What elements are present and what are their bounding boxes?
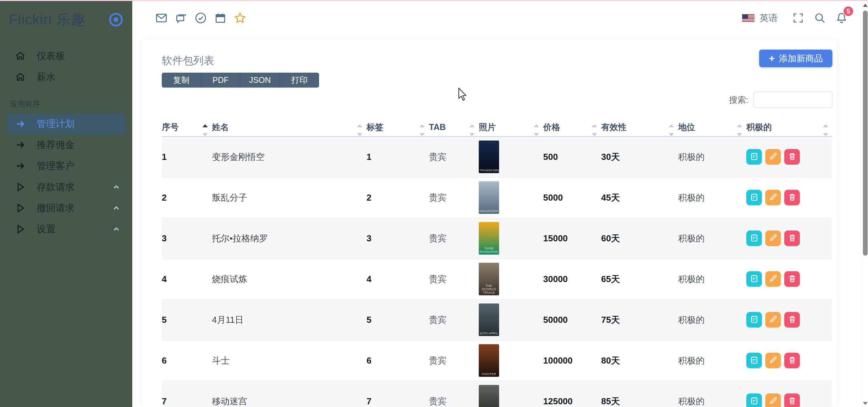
cell-name: 4月11日	[212, 299, 367, 340]
us-flag-icon[interactable]	[742, 14, 755, 22]
cell-tag: 6	[367, 340, 429, 381]
sidebar-toggle-icon[interactable]	[109, 13, 123, 26]
sidebar-item-薪水[interactable]: 薪水	[7, 67, 125, 88]
clipboard-icon	[750, 355, 759, 366]
row-edit-button[interactable]	[765, 190, 781, 205]
cell-tab: 贵宾	[429, 381, 479, 407]
sidebar-item-存款请求[interactable]: 存款请求	[7, 177, 125, 198]
sort-asc-icon	[669, 124, 674, 127]
sidebar-item-仪表板[interactable]: 仪表板	[7, 45, 125, 67]
row-note-button[interactable]	[746, 230, 762, 246]
sidebar-item-管理客户[interactable]: 管理客户	[7, 155, 125, 177]
table-row: 4烧痕试炼4贵宾THE SCORCH TRIALS3000065天积极的	[162, 259, 832, 299]
column-header-照片[interactable]: 照片	[479, 118, 543, 136]
row-note-button[interactable]	[746, 190, 762, 205]
cell-tab: 贵宾	[429, 218, 479, 259]
cell-status: 积极的	[678, 136, 746, 177]
chat-icon[interactable]	[174, 11, 188, 25]
sort-desc-icon	[534, 133, 539, 136]
row-note-button[interactable]	[746, 312, 762, 328]
column-header-价格[interactable]: 价格	[543, 118, 601, 136]
row-delete-button[interactable]	[784, 271, 800, 287]
cell-tag: 3	[367, 218, 429, 259]
sort-asc-icon	[202, 124, 208, 127]
cell-tag: 4	[367, 259, 429, 299]
row-note-button[interactable]	[746, 353, 762, 368]
row-delete-button[interactable]	[784, 353, 800, 368]
pencil-icon	[769, 396, 778, 406]
sidebar-item-推荐佣金[interactable]: 推荐佣金	[7, 134, 125, 155]
clipboard-icon	[750, 233, 759, 243]
table-search-input[interactable]	[754, 92, 832, 108]
column-header-姓名[interactable]: 姓名	[212, 118, 367, 136]
sidebar-item-撤回请求[interactable]: 撤回请求	[7, 198, 125, 219]
page-title: 软件包列表	[162, 50, 214, 68]
cell-price: 5000	[543, 177, 601, 218]
sort-desc-icon	[669, 133, 674, 136]
row-note-button[interactable]	[746, 149, 762, 165]
row-edit-button[interactable]	[765, 353, 781, 368]
search-icon[interactable]	[813, 11, 827, 25]
add-new-item-button[interactable]: + 添加新商品	[759, 50, 832, 67]
export-json-button[interactable]: JSON	[240, 73, 280, 88]
row-edit-button[interactable]	[765, 149, 781, 165]
packages-card: 软件包列表 + 添加新商品 复制PDFJSON打印 搜索: 序号姓名标签TAB照…	[142, 40, 837, 407]
column-header-地位[interactable]: 地位	[678, 118, 746, 136]
pencil-icon	[769, 152, 778, 162]
row-edit-button[interactable]	[765, 312, 781, 328]
sort-desc-icon	[419, 133, 425, 136]
cell-actions	[746, 340, 832, 381]
star-icon[interactable]	[233, 11, 247, 25]
table-row: 1变形金刚悟空1贵宾TRANSFORMERS50030天积极的	[162, 136, 832, 177]
scroll-up-arrow[interactable]	[863, 4, 868, 7]
cell-serial: 7	[162, 381, 212, 407]
check-circle-icon[interactable]	[194, 11, 208, 25]
scrollbar-thumb[interactable]	[863, 11, 868, 256]
row-delete-button[interactable]	[784, 312, 800, 328]
row-edit-button[interactable]	[765, 271, 781, 287]
scroll-down-arrow[interactable]	[863, 402, 868, 405]
row-edit-button[interactable]	[765, 230, 781, 246]
sidebar-item-设置[interactable]: 设置	[7, 219, 125, 240]
column-header-积极的[interactable]: 积极的	[746, 118, 832, 136]
notifications-bell-icon[interactable]: 5	[835, 11, 848, 25]
sidebar-item-label: 管理客户	[37, 160, 75, 172]
pencil-icon	[769, 192, 778, 203]
chevron-up-icon	[112, 183, 121, 191]
column-header-标签[interactable]: 标签	[367, 118, 429, 136]
export-pdf-button[interactable]: PDF	[201, 73, 240, 88]
sort-asc-icon	[534, 124, 539, 127]
column-header-序号[interactable]: 序号	[162, 118, 212, 136]
table-row: 7移动迷宫7贵宾MAZE RUNNER12500085天积极的	[162, 381, 832, 407]
cell-name: 托尔•拉格纳罗	[212, 218, 367, 259]
language-label[interactable]: 英语	[760, 12, 778, 24]
export-复制-button[interactable]: 复制	[162, 73, 201, 88]
home-icon	[14, 51, 26, 61]
row-note-button[interactable]	[746, 393, 762, 407]
row-delete-button[interactable]	[784, 190, 800, 205]
cell-tab: 贵宾	[429, 299, 479, 340]
search-label: 搜索:	[729, 94, 748, 106]
cell-status: 积极的	[678, 340, 746, 381]
row-delete-button[interactable]	[784, 393, 800, 407]
sort-desc-icon	[202, 133, 208, 136]
column-header-有效性[interactable]: 有效性	[601, 118, 678, 136]
chevron-up-icon	[112, 225, 121, 234]
sort-desc-icon	[737, 133, 742, 136]
mail-icon[interactable]	[155, 11, 168, 25]
row-delete-button[interactable]	[784, 230, 800, 246]
fullscreen-icon[interactable]	[791, 11, 805, 25]
calendar-icon[interactable]	[214, 11, 227, 25]
row-note-button[interactable]	[746, 271, 762, 287]
sort-asc-icon	[469, 124, 475, 127]
column-header-TAB[interactable]: TAB	[429, 118, 479, 136]
cell-status: 积极的	[678, 299, 746, 340]
cell-status: 积极的	[678, 218, 746, 259]
cell-tab: 贵宾	[429, 136, 479, 177]
page-scrollbar[interactable]	[862, 1, 868, 407]
row-delete-button[interactable]	[784, 149, 800, 165]
row-edit-button[interactable]	[765, 393, 781, 407]
sidebar-item-管理计划[interactable]: 管理计划	[7, 113, 125, 134]
export-打印-button[interactable]: 打印	[280, 73, 319, 88]
sidebar-item-label: 仪表板	[37, 50, 65, 62]
